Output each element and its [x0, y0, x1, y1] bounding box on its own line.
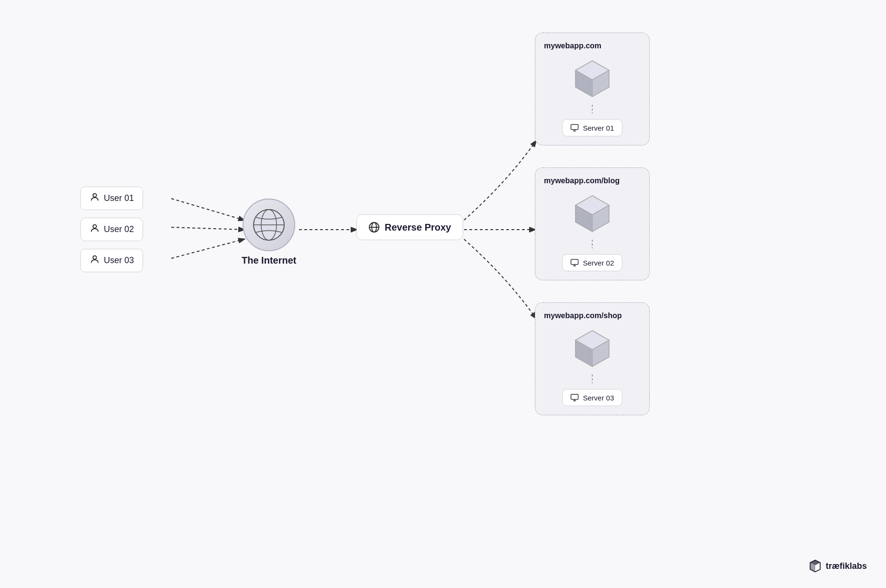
svg-point-6 — [93, 225, 96, 228]
diagram-container: User 01 User 02 User 03 — [0, 0, 886, 588]
brand-name: træfiklabs — [826, 561, 867, 571]
server-01-pill: Server 01 — [562, 119, 622, 136]
server-02-box: mywebapp.com/blog Server 02 — [535, 167, 650, 280]
internet-label: The Internet — [242, 255, 296, 266]
svg-point-7 — [93, 256, 96, 259]
server-03-box: mywebapp.com/shop Server 03 — [535, 302, 650, 415]
server-01-label: Server 01 — [583, 124, 614, 132]
server-02-divider — [592, 240, 593, 248]
svg-line-0 — [171, 199, 244, 220]
user-02-pill: User 02 — [80, 218, 143, 241]
connection-lines — [0, 0, 886, 588]
proxy-label: Reverse Proxy — [385, 222, 451, 233]
user-01-icon — [89, 192, 100, 205]
server-02-domain: mywebapp.com/blog — [544, 177, 620, 185]
server-01-cube-icon — [571, 56, 614, 99]
brand-logo: træfiklabs — [808, 559, 867, 573]
server-01-divider — [592, 105, 593, 113]
server-02-pill: Server 02 — [562, 254, 622, 271]
reverse-proxy-node: Reverse Proxy — [356, 214, 463, 240]
svg-line-1 — [171, 227, 244, 230]
internet-node: The Internet — [242, 199, 296, 266]
globe-circle — [243, 199, 295, 251]
user-03-icon — [89, 254, 100, 267]
user-01-label: User 01 — [104, 193, 134, 203]
server-03-pill: Server 03 — [562, 389, 622, 406]
svg-rect-23 — [571, 259, 578, 265]
svg-point-5 — [93, 194, 96, 197]
proxy-icon — [368, 222, 380, 233]
brand-icon — [808, 559, 822, 573]
server-03-divider — [592, 375, 593, 383]
server-03-label: Server 03 — [583, 394, 614, 402]
svg-rect-28 — [571, 394, 578, 399]
user-03-pill: User 03 — [80, 249, 143, 272]
server-03-domain: mywebapp.com/shop — [544, 311, 622, 320]
server-02-cube-icon — [571, 191, 614, 234]
server-02-label: Server 02 — [583, 259, 614, 267]
user-01-pill: User 01 — [80, 187, 143, 210]
svg-rect-18 — [571, 124, 578, 130]
server-01-domain: mywebapp.com — [544, 42, 601, 50]
user-02-icon — [89, 223, 100, 236]
user-02-label: User 02 — [104, 224, 134, 234]
svg-line-2 — [171, 239, 244, 258]
server-03-cube-icon — [571, 326, 614, 369]
user-03-label: User 03 — [104, 255, 134, 266]
server-01-box: mywebapp.com Server 01 — [535, 33, 650, 145]
